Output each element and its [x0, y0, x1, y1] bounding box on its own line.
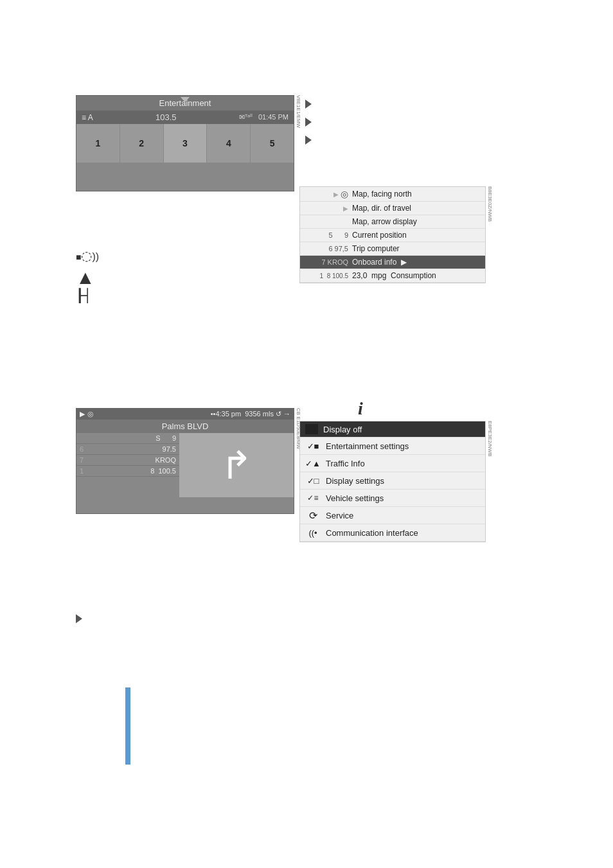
- ent-vert-label: V8E1E1/EMW: [296, 95, 301, 128]
- nav-header-left: ▶ ◎: [80, 410, 94, 418]
- main-menu-row-entertainment[interactable]: ✓■ Entertainment settings: [300, 438, 485, 455]
- map-menu-row-5[interactable]: 6 97,5 Trip computer: [300, 242, 485, 256]
- ent-buttons-row: 1 2 3 4 5: [76, 124, 294, 163]
- ent-status: ✉ᵀᵃˡˡ 01:45 PM: [239, 113, 289, 121]
- main-menu: Display off ✓■ Entertainment settings ✓▲…: [299, 421, 486, 542]
- nav-header-info: ••4:35 pm 9356 mls ↺ →: [211, 410, 290, 418]
- ent-header-arrow-icon: [181, 97, 190, 102]
- map-vert-label: B8E3E0Z/NWB: [487, 186, 493, 222]
- display-off-label: Display off: [323, 425, 362, 434]
- main-menu-row-service[interactable]: ⟳ Service: [300, 507, 485, 524]
- arrow-item-1: [305, 100, 312, 109]
- service-icon: ⟳: [305, 509, 321, 521]
- display-settings-label: Display settings: [326, 476, 384, 486]
- ent-btn-4[interactable]: 4: [207, 124, 251, 163]
- display-off-icon: [305, 424, 318, 434]
- communication-icon: ((•: [305, 527, 321, 538]
- map-menu-row-3[interactable]: Map, arrow display: [300, 215, 485, 229]
- map-menu-row-4[interactable]: 5 9 Current position: [300, 229, 485, 242]
- ent-frequency: 103.5: [155, 112, 177, 122]
- communication-label: Communication interface: [326, 528, 418, 538]
- main-menu-row-traffic[interactable]: ✓▲ Traffic Info: [300, 455, 485, 472]
- vehicle-settings-label: Vehicle settings: [326, 493, 384, 503]
- map-label-2: Map, dir. of travel: [352, 204, 411, 213]
- main-menu-row-display-settings[interactable]: ✓□ Display settings: [300, 472, 485, 490]
- map-label-4: Current position: [352, 231, 407, 240]
- map-left-6: 7 KROQ: [304, 258, 352, 266]
- map-left-5: 6 97,5: [304, 245, 352, 252]
- ent-header: Entertainment: [76, 96, 294, 111]
- map-label-1: Map, facing north: [352, 190, 412, 199]
- traffic-info-icon: ✓▲: [305, 457, 321, 469]
- main-menu-row-vehicle[interactable]: ✓≡ Vehicle settings: [300, 490, 485, 507]
- nav-list: S 9 6 97.5 7 KROQ 1 8 100.5: [76, 433, 179, 497]
- map-menu-row-6[interactable]: 7 KROQ Onboard info ▶: [300, 256, 485, 269]
- tri-right-icon-3: [305, 136, 312, 145]
- entertainment-settings-icon: ✓■: [305, 440, 321, 452]
- ent-left-icons: ≡ A: [82, 113, 93, 122]
- arrow-item-3: [305, 136, 312, 145]
- vehicle-settings-icon: ✓≡: [305, 492, 321, 504]
- top-right-arrows: [305, 100, 312, 154]
- map-menu-row-7[interactable]: 1 8 100.5 23,0 mpg Consumption: [300, 269, 485, 283]
- map-left-7: 1 8 100.5: [304, 272, 352, 279]
- ent-btn-3[interactable]: 3: [164, 124, 208, 163]
- blue-vertical-bar: [125, 687, 130, 765]
- map-label-3: Map, arrow display: [352, 217, 417, 226]
- service-label: Service: [326, 511, 353, 520]
- map-menu-row-1[interactable]: ▶ ◎ Map, facing north: [300, 187, 485, 202]
- nav-arrow-icon: ▶: [80, 410, 85, 418]
- tri-right-icon-2: [305, 118, 312, 127]
- nav-header: ▶ ◎ ••4:35 pm 9356 mls ↺ →: [76, 409, 294, 420]
- traffic-info-label: Traffic Info: [326, 459, 365, 468]
- entertainment-screen: Entertainment ≡ A 103.5 ✉ᵀᵃˡˡ 01:45 PM 1…: [76, 95, 294, 191]
- bottom-arrow: [76, 614, 82, 623]
- triangle-symbol: ▲: [76, 267, 95, 288]
- nav-turn-arrow-icon: ↱: [220, 443, 253, 488]
- map-label-7: 23,0 mpg Consumption: [352, 271, 436, 280]
- tri-right-icon-1: [305, 100, 312, 109]
- menu-vert-label: E8PE3E2/NWB: [487, 421, 493, 457]
- ent-btn-1[interactable]: 1: [76, 124, 120, 163]
- mute-symbol: ■◌)): [76, 247, 99, 264]
- nav-list-row-2: 6 97.5: [76, 444, 179, 455]
- signal-symbol: ┠┤: [76, 288, 91, 303]
- nav-screen: ▶ ◎ ••4:35 pm 9356 mls ↺ → Palms BLVD S …: [76, 408, 294, 514]
- nav-content: S 9 6 97.5 7 KROQ 1 8 100.5 ↱: [76, 433, 294, 497]
- map-left-2: ▶: [304, 205, 352, 212]
- nav-compass-icon: ◎: [87, 410, 94, 418]
- ent-info-bar: ≡ A 103.5 ✉ᵀᵃˡˡ 01:45 PM: [76, 111, 294, 124]
- main-menu-row-display-off[interactable]: Display off: [300, 421, 485, 438]
- map-menu: ▶ ◎ Map, facing north ▶ Map, dir. of tra…: [299, 186, 486, 283]
- map-label-6: Onboard info ▶: [352, 258, 407, 267]
- map-left-4: 5 9: [304, 231, 352, 239]
- bottom-tri-right-icon: [76, 614, 82, 623]
- main-menu-row-communication[interactable]: ((• Communication interface: [300, 524, 485, 542]
- info-i-symbol: i: [358, 398, 363, 419]
- nav-list-row-4: 1 8 100.5: [76, 466, 179, 477]
- ent-btn-5[interactable]: 5: [251, 124, 294, 163]
- entertainment-settings-label: Entertainment settings: [326, 441, 409, 451]
- nav-list-row-3: 7 KROQ: [76, 455, 179, 466]
- nav-street: Palms BLVD: [76, 420, 294, 433]
- map-menu-row-2[interactable]: ▶ Map, dir. of travel: [300, 202, 485, 215]
- display-settings-icon: ✓□: [305, 475, 321, 486]
- nav-list-row-1: S 9: [76, 433, 179, 444]
- ent-btn-2[interactable]: 2: [120, 124, 164, 163]
- arrow-item-2: [305, 118, 312, 127]
- map-left-1: ▶ ◎: [304, 189, 352, 199]
- map-label-5: Trip computer: [352, 244, 400, 253]
- nav-arrow-panel: ↱: [179, 433, 294, 497]
